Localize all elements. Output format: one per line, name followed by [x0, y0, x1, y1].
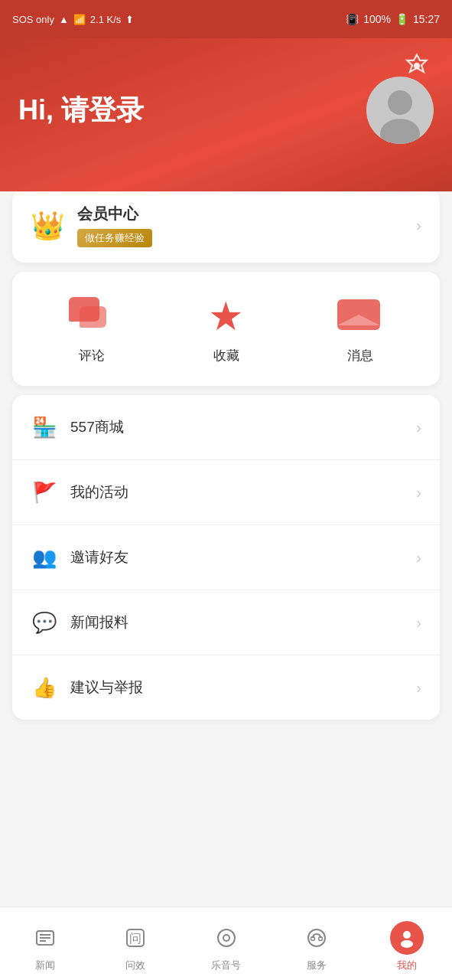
status-right: 📳 100% 🔋 15:27	[346, 13, 440, 25]
suggest-label: 建议与举报	[70, 678, 143, 697]
menu-item-shop-left: 🏪 557商城	[31, 413, 124, 441]
questions-nav-label: 问效	[125, 959, 145, 972]
activity-label: 我的活动	[70, 482, 128, 502]
service-nav-icon	[300, 921, 333, 955]
status-left: SOS only ▲ 📶 2.1 K/s ⬆	[12, 14, 134, 25]
suggest-icon: 👍	[31, 674, 58, 701]
invite-chevron: ›	[416, 549, 421, 567]
news-tip-icon: 💬	[31, 609, 58, 636]
service-nav-label: 服务	[307, 959, 327, 972]
comment-label: 评论	[79, 347, 105, 364]
wifi-icon: 📶	[73, 14, 86, 25]
questions-nav-icon: 问	[119, 921, 152, 955]
invite-label: 邀请好友	[70, 547, 128, 567]
status-bar: SOS only ▲ 📶 2.1 K/s ⬆ 📳 100% 🔋 15:27	[0, 0, 452, 38]
vibrate-icon: 📳	[346, 13, 359, 25]
main-content: 👑 会员中心 做任务赚经验 › 评论 ★ 收藏	[0, 188, 452, 796]
music-nav-label: 乐音号	[211, 959, 241, 972]
menu-list: 🏪 557商城 › 🚩 我的活动 › 👥 邀请好友 › 💬 新闻报料	[12, 395, 440, 720]
comment-icon	[69, 297, 115, 335]
news-tip-label: 新闻报料	[70, 612, 128, 632]
svg-point-16	[403, 931, 411, 939]
shop-chevron: ›	[416, 419, 421, 436]
member-card-chevron: ›	[416, 217, 421, 234]
mine-nav-label: 我的	[397, 959, 417, 972]
svg-point-1	[414, 63, 421, 70]
envelope-shape	[337, 299, 380, 330]
avatar[interactable]	[366, 77, 434, 144]
header-content: Hi, 请登录	[18, 77, 434, 144]
menu-item-suggest[interactable]: 👍 建议与举报 ›	[12, 655, 440, 720]
news-tip-chevron: ›	[416, 614, 421, 632]
message-label: 消息	[347, 347, 373, 364]
star-icon-wrap: ★	[200, 293, 253, 339]
message-icon-wrap	[333, 293, 387, 339]
member-badge: 做任务赚经验	[77, 229, 152, 247]
speed-text: 2.1 K/s	[90, 14, 121, 25]
nav-questions[interactable]: 问 问效	[90, 915, 180, 972]
svg-text:问: 问	[129, 932, 141, 945]
menu-item-news-tip-left: 💬 新闻报料	[31, 609, 128, 636]
invite-icon: 👥	[31, 544, 58, 571]
favorite-label: 收藏	[213, 347, 239, 364]
settings-button[interactable]	[400, 49, 434, 83]
member-info: 会员中心 做任务赚经验	[77, 204, 152, 247]
shop-label: 557商城	[70, 417, 124, 437]
suggest-chevron: ›	[416, 679, 421, 697]
svg-point-3	[388, 90, 412, 115]
nav-music[interactable]: 乐音号	[180, 915, 271, 972]
header-section: Hi, 请登录	[0, 38, 452, 191]
shop-icon: 🏪	[31, 413, 58, 441]
battery-icon: 🔋	[395, 13, 408, 25]
svg-point-15	[318, 937, 322, 941]
menu-item-suggest-left: 👍 建议与举报	[31, 674, 143, 701]
member-card-left: 👑 会员中心 做任务赚经验	[31, 204, 152, 247]
menu-item-invite[interactable]: 👥 邀请好友 ›	[12, 525, 440, 590]
menu-item-shop[interactable]: 🏪 557商城 ›	[12, 395, 440, 460]
star-icon: ★	[208, 296, 244, 336]
music-nav-icon	[210, 921, 243, 955]
menu-item-invite-left: 👥 邀请好友	[31, 544, 128, 571]
svg-point-14	[311, 937, 314, 941]
battery-text: 100%	[363, 13, 391, 25]
bubble2	[80, 306, 106, 328]
menu-item-activity[interactable]: 🚩 我的活动 ›	[12, 460, 440, 525]
quick-actions: 评论 ★ 收藏 消息	[12, 272, 440, 386]
svg-point-11	[218, 929, 235, 946]
action-comment[interactable]: 评论	[24, 293, 159, 364]
menu-item-news-tip[interactable]: 💬 新闻报料 ›	[12, 590, 440, 655]
bottom-nav: 新闻 问 问效 乐音号 服务	[0, 906, 452, 980]
news-nav-icon	[28, 921, 62, 955]
action-message[interactable]: 消息	[293, 293, 428, 364]
time-text: 15:27	[413, 13, 440, 25]
nav-news[interactable]: 新闻	[0, 915, 90, 972]
nav-mine[interactable]: 我的	[362, 915, 452, 972]
news-nav-label: 新闻	[35, 959, 55, 972]
action-favorite[interactable]: ★ 收藏	[159, 293, 294, 364]
nav-service[interactable]: 服务	[272, 915, 362, 972]
signal-icon: ▲	[59, 14, 69, 25]
member-title: 会员中心	[77, 204, 152, 224]
crown-icon: 👑	[31, 210, 65, 242]
comment-icon-wrap	[65, 293, 119, 339]
member-card[interactable]: 👑 会员中心 做任务赚经验 ›	[12, 188, 440, 263]
svg-point-12	[223, 935, 229, 941]
sos-text: SOS only	[12, 14, 54, 25]
message-icon	[337, 299, 383, 333]
menu-item-activity-left: 🚩 我的活动	[31, 479, 128, 506]
svg-point-17	[401, 940, 413, 948]
activity-chevron: ›	[416, 484, 421, 501]
greeting-text[interactable]: Hi, 请登录	[18, 92, 144, 129]
activity-icon: 🚩	[31, 479, 58, 506]
mine-nav-icon	[390, 921, 424, 955]
icons-row: ⬆	[125, 14, 134, 25]
